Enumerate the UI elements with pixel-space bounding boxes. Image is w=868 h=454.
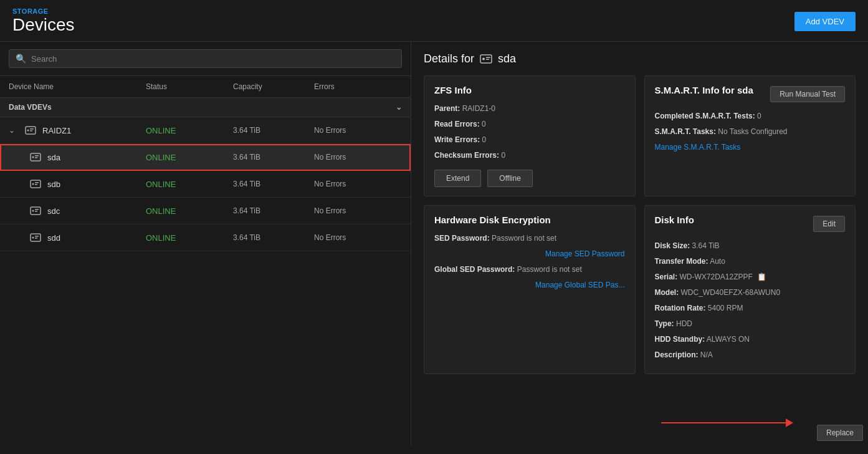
svg-point-17 (32, 237, 34, 239)
replace-button[interactable]: Replace (817, 425, 863, 441)
rotation-rate-value: 5400 RPM (708, 304, 743, 312)
sda-errors: No Errors (314, 153, 402, 162)
run-manual-test-button[interactable]: Run Manual Test (770, 86, 845, 102)
svg-rect-6 (35, 155, 39, 157)
table-header: Device Name Status Capacity Errors (0, 76, 411, 98)
global-sed-label: Global SED Password: (434, 265, 515, 274)
header-title-group: STORAGE Devices (12, 7, 75, 35)
sdb-name: sdb (47, 180, 60, 189)
group-row-data-vdevs[interactable]: Data VDEVs ⌄ (0, 98, 411, 117)
serial-label: Serial: (655, 273, 678, 281)
disk-info-title: Disk Info (655, 215, 694, 225)
svg-point-21 (482, 58, 485, 60)
svg-point-1 (27, 130, 29, 132)
model-row: Model: WDC_WD40EFZX-68AWUN0 (655, 287, 846, 298)
manage-sed-password-link[interactable]: Manage SED Password (545, 249, 624, 258)
global-sed-row: Global SED Password: Password is not set (434, 264, 625, 275)
zfs-parent-row: Parent: RAIDZ1-0 (434, 103, 625, 114)
hdd-standby-value: ALWAYS ON (707, 335, 750, 344)
svg-point-13 (32, 210, 34, 212)
sdd-errors: No Errors (314, 233, 402, 242)
zfs-parent-value: RAIDZ1-0 (462, 104, 495, 113)
smart-info-title: S.M.A.R.T. Info for sda (655, 85, 753, 95)
zfs-actions: Extend Offline (434, 170, 625, 187)
serial-value: WD-WX72DA12ZPPF (680, 273, 753, 281)
svg-point-5 (32, 157, 34, 158)
search-input[interactable] (31, 54, 395, 64)
zfs-info-title: ZFS Info (434, 85, 625, 95)
zfs-checksum-errors-label: Checksum Errors: (434, 151, 499, 160)
zfs-parent-label: Parent: (434, 104, 460, 113)
sdc-name-cell: sdc (29, 204, 146, 218)
sda-status: ONLINE (146, 153, 233, 162)
type-row: Type: HDD (655, 318, 846, 329)
type-value: HDD (676, 319, 692, 328)
device-row-sdd[interactable]: sdd ONLINE 3.64 TiB No Errors (0, 225, 411, 251)
page-header: STORAGE Devices Add VDEV (0, 0, 868, 42)
right-panel: Details for sda ZFS Info Parent: RAIDZ1-… (411, 42, 868, 446)
svg-rect-23 (486, 59, 489, 60)
type-label: Type: (655, 319, 674, 328)
sed-password-value: Password is not set (492, 234, 556, 243)
svg-rect-18 (35, 236, 39, 237)
serial-row: Serial: WD-WX72DA12ZPPF 📋 (655, 271, 846, 283)
page-title: Devices (12, 15, 75, 35)
extend-button[interactable]: Extend (434, 170, 481, 187)
sdd-status: ONLINE (146, 233, 233, 243)
search-input-wrap[interactable]: 🔍 (9, 49, 402, 68)
replace-arrow (661, 418, 793, 427)
storage-breadcrumb: STORAGE (12, 7, 75, 15)
offline-button[interactable]: Offline (487, 170, 532, 187)
zfs-read-errors-row: Read Errors: 0 (434, 118, 625, 130)
disk-icon-sdc (29, 204, 42, 218)
manage-smart-tasks-link[interactable]: Manage S.M.A.R.T. Tasks (655, 143, 741, 152)
search-bar: 🔍 (0, 42, 411, 76)
svg-rect-2 (30, 128, 34, 130)
sdb-capacity: 3.64 TiB (233, 180, 314, 188)
replace-btn-wrap: Replace (817, 425, 863, 441)
details-device-name: sda (498, 52, 516, 65)
red-arrow-line (661, 422, 786, 423)
sdb-errors: No Errors (314, 180, 402, 188)
manage-global-sed-row: Manage Global SED Pas... (434, 279, 625, 291)
device-row-sdb[interactable]: sdb ONLINE 3.64 TiB No Errors (0, 171, 411, 198)
zfs-info-card: ZFS Info Parent: RAIDZ1-0 Read Errors: 0… (424, 75, 636, 196)
disk-icon-sdb (29, 177, 42, 191)
disk-size-value: 3.64 TiB (692, 241, 720, 250)
transfer-mode-label: Transfer Mode: (655, 257, 708, 266)
details-disk-icon (479, 52, 493, 65)
disk-icon-sda (29, 150, 42, 164)
zfs-read-errors-value: 0 (482, 120, 486, 128)
raidz1-name: RAIDZ1 (42, 126, 71, 135)
device-row-sdc[interactable]: sdc ONLINE 3.64 TiB No Errors (0, 198, 411, 225)
zfs-checksum-errors-row: Checksum Errors: 0 (434, 150, 625, 161)
sda-name-cell: sda (29, 150, 146, 164)
global-sed-value: Password is not set (517, 265, 582, 274)
disk-info-header-row: Disk Info Edit (655, 215, 846, 233)
copy-serial-icon[interactable]: 📋 (757, 273, 766, 281)
col-status: Status (146, 82, 233, 91)
col-device-name: Device Name (9, 82, 146, 91)
add-vdev-button[interactable]: Add VDEV (794, 12, 856, 31)
cards-bottom: Hardware Disk Encryption SED Password: P… (424, 205, 856, 374)
sdd-capacity: 3.64 TiB (233, 233, 314, 242)
device-row-raidz1[interactable]: ⌄ RAIDZ1 ONLINE 3.64 TiB No Errors (0, 117, 411, 144)
svg-rect-20 (480, 55, 492, 63)
device-row-sda[interactable]: sda ONLINE 3.64 TiB No Errors (0, 144, 411, 171)
svg-rect-14 (35, 209, 39, 210)
disk-icon-sdd (29, 231, 42, 244)
smart-title-device: sda (737, 85, 753, 95)
smart-info-card: S.M.A.R.T. Info for sda Run Manual Test … (644, 75, 856, 196)
smart-tasks-label: S.M.A.R.T. Tasks: (655, 127, 716, 136)
manage-global-sed-link[interactable]: Manage Global SED Pas... (535, 281, 624, 289)
model-value: WDC_WD40EFZX-68AWUN0 (681, 288, 781, 297)
edit-button[interactable]: Edit (813, 216, 845, 232)
zfs-write-errors-value: 0 (482, 135, 486, 144)
main-content: 🔍 Device Name Status Capacity Errors Dat… (0, 42, 868, 446)
smart-title-text: S.M.A.R.T. Info for (655, 85, 735, 95)
sdd-name-cell: sdd (29, 231, 146, 244)
svg-rect-11 (35, 184, 37, 185)
zfs-write-errors-label: Write Errors: (434, 135, 480, 144)
encryption-title: Hardware Disk Encryption (434, 215, 625, 225)
zfs-read-errors-label: Read Errors: (434, 120, 480, 128)
